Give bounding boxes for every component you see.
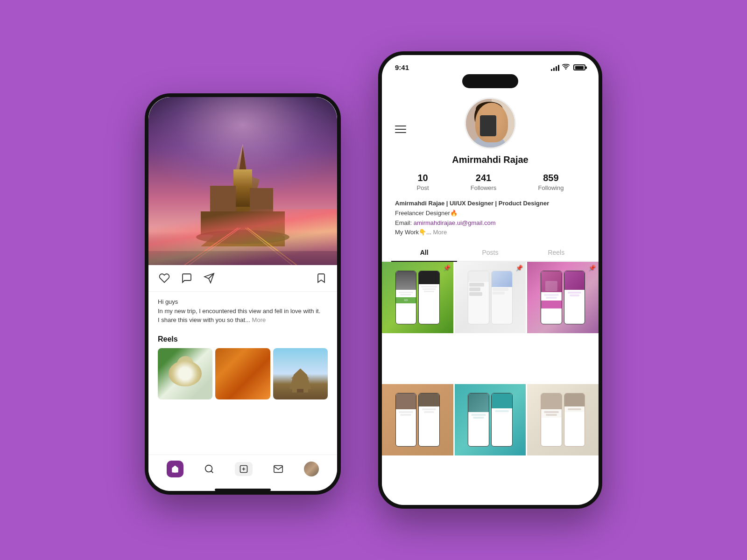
- bio-email-row: Email: amirmahdirajae.ui@gmail.com: [395, 218, 585, 228]
- mini-phone-5a: [468, 393, 489, 447]
- gallery-item-4[interactable]: [382, 384, 453, 455]
- svg-rect-2: [210, 186, 236, 214]
- tab-reels[interactable]: Reels: [523, 244, 589, 261]
- bio-work: My Work👇...: [395, 229, 431, 236]
- nav-search-icon[interactable]: [201, 461, 218, 477]
- svg-point-29: [474, 107, 484, 126]
- nav-home-icon[interactable]: [167, 461, 183, 477]
- bio-name-title: Amirmahdi Rajae | UI/UX Designer | Produ…: [395, 200, 549, 207]
- hamburger-menu[interactable]: [395, 126, 406, 133]
- nav-avatar[interactable]: [304, 462, 319, 476]
- bookmark-icon[interactable]: [315, 272, 328, 285]
- mini-phone-2a: [468, 271, 489, 324]
- mini-phone-3a: [541, 271, 562, 324]
- dynamic-island: [462, 74, 518, 88]
- stat-followers: 241 Followers: [471, 173, 497, 191]
- svg-point-27: [476, 106, 502, 134]
- status-icons: [551, 64, 585, 71]
- right-phone: 9:41: [378, 51, 602, 509]
- comment-icon[interactable]: [180, 272, 193, 285]
- svg-point-5: [196, 230, 289, 244]
- gallery-phones-3: [527, 262, 599, 333]
- profile-tabs: All Posts Reels: [382, 244, 599, 262]
- status-time: 9:41: [395, 63, 409, 71]
- svg-line-7: [189, 228, 241, 265]
- mini-phone-1a: GO: [395, 271, 417, 324]
- profile-content: Amirmahdi Rajae 10 Post 241 Followers 85…: [382, 88, 599, 505]
- avatar-image: [466, 99, 516, 149]
- battery-icon: [573, 64, 585, 70]
- nav-inbox-icon[interactable]: [270, 461, 287, 477]
- svg-rect-31: [485, 126, 493, 139]
- pin-icon-1: 📌: [444, 265, 451, 271]
- mini-phone-6b: [564, 393, 585, 447]
- like-icon[interactable]: [158, 272, 171, 285]
- svg-point-23: [565, 68, 567, 70]
- gallery-item-3[interactable]: 📌: [527, 262, 599, 333]
- svg-point-28: [476, 102, 503, 117]
- caption-line3: I share this view with you so that...: [158, 316, 250, 323]
- profile-header: Amirmahdi Rajae 10 Post 241 Followers 85…: [382, 88, 599, 199]
- gallery-phones-6: [527, 384, 599, 455]
- reel-item-temple[interactable]: [273, 348, 328, 399]
- stats-row: 10 Post 241 Followers 859 Following: [396, 173, 585, 191]
- svg-line-8: [247, 228, 297, 265]
- tab-all[interactable]: All: [391, 244, 457, 261]
- tab-posts[interactable]: Posts: [457, 244, 523, 261]
- following-label: Following: [538, 184, 564, 191]
- gallery-item-6[interactable]: [527, 384, 599, 455]
- share-icon[interactable]: [203, 272, 216, 285]
- left-phone: Hi guys In my new trip, I encountered th…: [145, 93, 341, 495]
- following-count: 859: [543, 173, 558, 183]
- mini-phone-4a: [395, 393, 417, 446]
- gallery-phones-4: [382, 384, 453, 455]
- gallery-item-1[interactable]: GO 📌: [382, 262, 453, 333]
- gallery-grid: GO 📌: [382, 262, 599, 505]
- mini-phone-4b: [418, 393, 440, 446]
- svg-line-9: [245, 228, 292, 265]
- reel-item-coffee[interactable]: [158, 348, 212, 399]
- caption-line1: Hi guys: [158, 297, 328, 307]
- svg-rect-30: [484, 125, 494, 141]
- reels-title: Reels: [158, 335, 328, 343]
- bio-more[interactable]: More: [433, 229, 447, 236]
- stat-posts: 10 Post: [417, 173, 429, 191]
- svg-rect-1: [233, 169, 252, 207]
- bio-work-row: My Work👇... More: [395, 228, 585, 238]
- svg-rect-4: [201, 211, 285, 235]
- svg-marker-0: [239, 146, 247, 172]
- caption-more[interactable]: More: [252, 316, 266, 323]
- svg-point-32: [483, 121, 488, 124]
- svg-rect-10: [148, 251, 337, 265]
- gallery-phones-1: GO: [382, 262, 453, 333]
- pin-icon-3: 📌: [589, 265, 596, 271]
- castle-silhouette: [196, 144, 289, 251]
- svg-point-18: [205, 465, 212, 472]
- reels-grid: [158, 348, 328, 399]
- gallery-item-5[interactable]: [455, 384, 526, 455]
- temple: [289, 369, 312, 395]
- pin-icon-2: 📌: [516, 265, 523, 271]
- bio-email[interactable]: amirmahdirajae.ui@gmail.com: [414, 219, 496, 226]
- mini-phone-6a: [541, 393, 562, 447]
- svg-point-16: [298, 371, 303, 375]
- light-trails: [148, 209, 337, 265]
- followers-label: Followers: [471, 184, 497, 191]
- right-screen: 9:41: [382, 55, 599, 505]
- status-bar: 9:41: [382, 57, 599, 71]
- reels-section: Reels: [148, 330, 337, 399]
- svg-point-33: [491, 121, 495, 124]
- posts-count: 10: [417, 173, 428, 183]
- svg-point-26: [473, 134, 506, 149]
- reel-item-texture[interactable]: [215, 348, 270, 399]
- profile-avatar: [465, 98, 516, 149]
- left-screen: Hi guys In my new trip, I encountered th…: [148, 97, 337, 491]
- bio-section: Amirmahdi Rajae | UI/UX Designer | Produ…: [382, 199, 599, 238]
- posts-label: Post: [417, 184, 429, 191]
- bottom-navigation: [148, 455, 337, 487]
- nav-add-icon[interactable]: [235, 462, 253, 476]
- profile-name: Amirmahdi Rajae: [452, 154, 528, 165]
- gallery-item-2[interactable]: 📌: [455, 262, 526, 333]
- mini-phone-3b: [564, 271, 585, 324]
- signal-icon: [551, 64, 559, 71]
